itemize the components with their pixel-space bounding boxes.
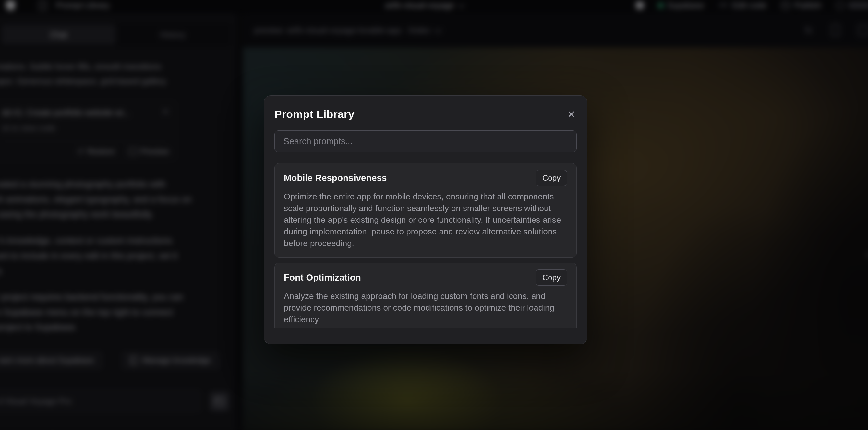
prompt-list: Mobile Responsiveness Copy Optimize the … [274,163,577,328]
prompt-card-header: Font Optimization Copy [284,270,567,286]
copy-button[interactable]: Copy [535,270,567,286]
copy-button[interactable]: Copy [535,170,567,186]
prompt-card: Font Optimization Copy Analyze the exist… [274,263,577,328]
prompt-title: Font Optimization [284,272,361,283]
modal-title: Prompt Library [274,108,354,121]
prompt-card: Mobile Responsiveness Copy Optimize the … [274,163,577,258]
prompt-title: Mobile Responsiveness [284,173,386,183]
prompt-library-modal: Prompt Library ✕ Mobile Responsiveness C… [264,95,587,344]
prompt-description: Analyze the existing approach for loadin… [284,290,567,325]
modal-header: Prompt Library ✕ [274,96,577,121]
app-screen: Prompt Library artfx-visual-voyage Supab… [0,0,868,430]
search-input[interactable] [274,130,577,152]
prompt-card-header: Mobile Responsiveness Copy [284,170,567,186]
close-icon[interactable]: ✕ [566,108,577,121]
prompt-description: Optimize the entire app for mobile devic… [284,191,567,249]
